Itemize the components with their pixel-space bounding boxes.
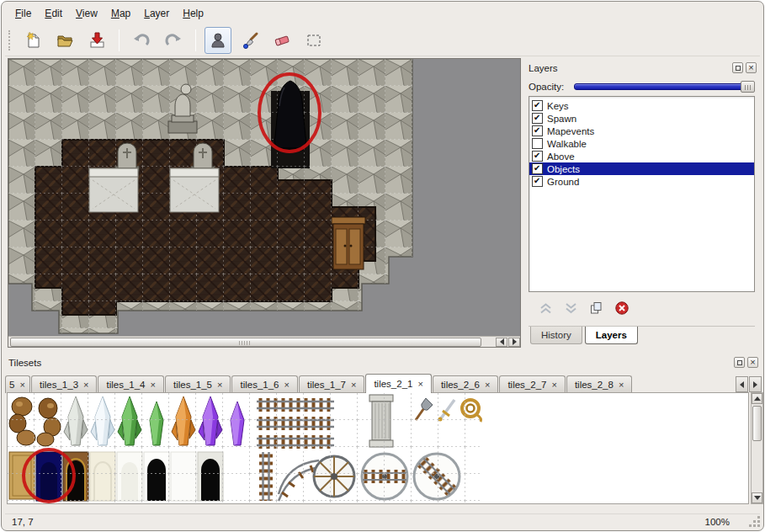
float-panel-button[interactable]	[734, 357, 745, 368]
tab-label: tiles_1_5	[173, 380, 212, 390]
layer-row[interactable]: Above	[529, 150, 754, 162]
layer-row[interactable]: Ground	[529, 175, 754, 188]
tab-scroll-right-button[interactable]	[749, 376, 762, 392]
lower-layer-button[interactable]	[564, 301, 578, 317]
close-tab-icon[interactable]	[217, 380, 222, 390]
layer-label: Mapevents	[547, 126, 594, 136]
layer-label: Objects	[547, 164, 580, 174]
close-tab-icon[interactable]	[19, 380, 24, 390]
tileset-tab-active[interactable]: tiles_2_1	[365, 374, 431, 393]
close-tab-icon[interactable]	[551, 380, 556, 390]
tileset-canvas[interactable]	[7, 392, 749, 504]
tileset-tab[interactable]: tiles_1_5	[165, 375, 231, 393]
scroll-left-icon	[740, 381, 744, 388]
toolbar-drag-handle[interactable]	[8, 30, 12, 51]
tileset-tab[interactable]: tiles_1_3	[31, 375, 97, 393]
menu-file[interactable]: File	[8, 5, 38, 22]
close-tab-icon[interactable]	[284, 380, 290, 390]
tileset-vertical-scrollbar[interactable]	[751, 392, 763, 504]
menu-view[interactable]: View	[69, 5, 104, 22]
eraser-tool-button[interactable]	[268, 27, 295, 54]
layer-checkbox[interactable]	[532, 125, 543, 136]
select-tool-button[interactable]	[300, 27, 327, 54]
cabinet-sprite[interactable]	[332, 217, 365, 269]
tab-label: tiles_2_7	[507, 380, 546, 390]
layer-label: Above	[547, 152, 575, 162]
save-button[interactable]	[83, 27, 110, 54]
scroll-right-icon	[513, 338, 517, 345]
tileset-tab[interactable]: tiles_1_6	[231, 375, 297, 393]
close-tab-icon[interactable]	[83, 380, 88, 390]
gravestone-sprite[interactable]	[191, 143, 215, 171]
new-file-button[interactable]	[19, 27, 46, 54]
menu-layer[interactable]: Layer	[137, 5, 176, 22]
scroll-down-button[interactable]	[752, 492, 762, 503]
layer-row[interactable]: Walkable	[529, 137, 754, 150]
redo-button[interactable]	[160, 27, 187, 54]
layer-row[interactable]: Spawn	[529, 112, 754, 125]
raise-layer-button[interactable]	[539, 301, 553, 317]
layer-row[interactable]: Keys	[529, 99, 754, 112]
layer-checkbox[interactable]	[532, 100, 543, 111]
tileset-image[interactable]	[8, 393, 748, 503]
close-panel-button[interactable]	[746, 62, 757, 73]
undo-button[interactable]	[128, 27, 155, 54]
resize-grip[interactable]	[750, 517, 760, 527]
layer-row-selected[interactable]: Objects	[529, 162, 754, 175]
layer-checkbox[interactable]	[532, 176, 543, 187]
layer-row[interactable]: Mapevents	[529, 125, 754, 137]
platform-tile-sprite[interactable]	[170, 168, 219, 212]
place-player-tool-button[interactable]	[205, 27, 231, 54]
float-icon	[736, 66, 741, 71]
tab-history[interactable]: History	[530, 327, 582, 344]
layer-checkbox[interactable]	[532, 138, 543, 149]
opacity-slider-handle[interactable]	[741, 81, 755, 93]
close-tab-icon[interactable]	[151, 380, 156, 390]
gravestone-sprite[interactable]	[115, 143, 139, 171]
scrollbar-thumb[interactable]	[752, 406, 762, 441]
scroll-left-button[interactable]	[496, 338, 507, 347]
duplicate-layer-icon	[589, 301, 603, 315]
opacity-slider[interactable]	[574, 81, 755, 93]
tileset-tab[interactable]: tiles_1_4	[98, 375, 163, 393]
map-view[interactable]	[8, 58, 521, 348]
scroll-right-button[interactable]	[508, 338, 520, 347]
menu-map[interactable]: Map	[104, 5, 137, 22]
layer-list[interactable]: Keys Spawn Mapevents Walkable Above Obje…	[529, 96, 755, 292]
scroll-left-icon	[500, 338, 504, 345]
duplicate-layer-button[interactable]	[589, 301, 603, 317]
tilesets-panel-title: Tilesets	[8, 358, 731, 368]
delete-layer-button[interactable]	[614, 301, 630, 318]
open-button[interactable]	[51, 27, 78, 54]
close-tab-icon[interactable]	[619, 380, 624, 390]
tileset-tab[interactable]: tiles_2_7	[499, 375, 565, 393]
layer-checkbox[interactable]	[532, 151, 543, 162]
close-panel-button[interactable]	[747, 357, 758, 368]
tab-layers[interactable]: Layers	[585, 327, 638, 344]
close-tab-icon[interactable]	[417, 379, 422, 389]
opacity-slider-groove[interactable]	[574, 83, 753, 90]
tileset-tab[interactable]: tiles_2_6	[433, 375, 498, 393]
tileset-tab[interactable]: tiles_2_8	[566, 375, 632, 393]
float-panel-button[interactable]	[732, 62, 743, 73]
menu-help[interactable]: Help	[176, 5, 210, 22]
paint-tool-button[interactable]	[236, 27, 263, 54]
tab-label: tiles_2_8	[575, 380, 614, 390]
tab-label: tiles_1_3	[40, 380, 78, 390]
map-horizontal-scrollbar[interactable]	[8, 336, 520, 347]
scrollbar-thumb[interactable]	[10, 338, 481, 347]
scroll-up-button[interactable]	[752, 393, 762, 404]
close-tab-icon[interactable]	[351, 380, 356, 390]
tab-scroll-left-button[interactable]	[736, 376, 748, 392]
layer-checkbox[interactable]	[532, 163, 543, 174]
map-canvas[interactable]	[8, 59, 520, 336]
toolbar-separator	[195, 29, 196, 51]
menu-edit[interactable]: Edit	[38, 5, 69, 22]
tileset-tab[interactable]: 5	[5, 375, 30, 393]
tileset-tab[interactable]: tiles_1_7	[299, 375, 364, 393]
close-tab-icon[interactable]	[485, 380, 490, 390]
layer-checkbox[interactable]	[532, 113, 543, 124]
tab-label: tiles_1_4	[106, 380, 145, 390]
platform-tile-sprite[interactable]	[89, 168, 138, 212]
layer-actions	[529, 299, 755, 319]
